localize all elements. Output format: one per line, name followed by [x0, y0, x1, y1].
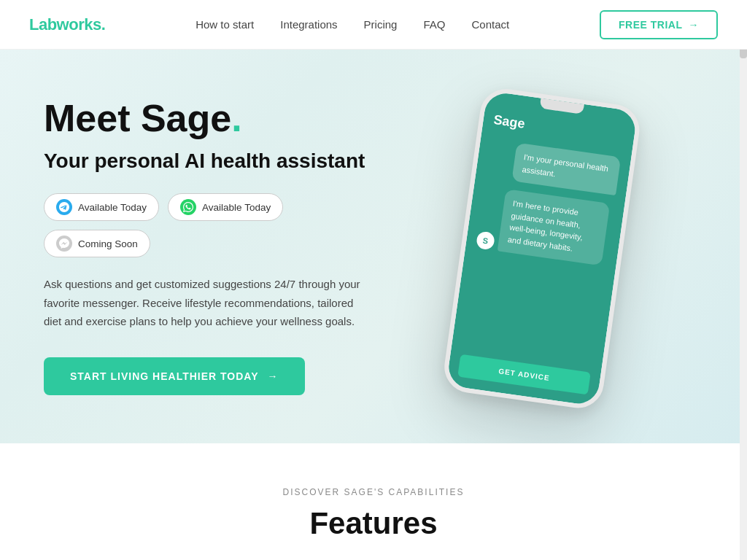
cta-arrow: →: [268, 370, 279, 382]
free-trial-label: FREE TRIAL: [619, 19, 682, 31]
whatsapp-badge[interactable]: Available Today: [168, 193, 283, 221]
nav-pricing[interactable]: Pricing: [364, 18, 398, 31]
get-advice-button[interactable]: GET ADVICE: [457, 354, 591, 395]
features-subtitle: DISCOVER SAGE'S CAPABILITIES: [29, 487, 718, 497]
telegram-badge-label: Available Today: [78, 202, 147, 213]
nav-integrations[interactable]: Integrations: [280, 18, 337, 31]
telegram-badge[interactable]: Available Today: [44, 193, 159, 221]
whatsapp-badge-label: Available Today: [202, 202, 271, 213]
platform-badges: Available Today Available Today Coming S…: [44, 193, 366, 257]
features-section: DISCOVER SAGE'S CAPABILITIES Features: [0, 443, 747, 560]
hero-title-main: Meet Sage: [44, 97, 231, 139]
messenger-icon: [56, 236, 72, 252]
hero-section: Meet Sage. Your personal AI health assis…: [0, 50, 747, 443]
features-title: Features: [29, 506, 718, 541]
nav-links: How to start Integrations Pricing FAQ Co…: [196, 18, 509, 31]
hero-title-dot: .: [231, 97, 241, 139]
nav-how-to-start[interactable]: How to start: [196, 18, 254, 31]
messenger-badge-label: Coming Soon: [78, 238, 138, 249]
sage-avatar: S: [476, 230, 495, 250]
navbar: Labworks. How to start Integrations Pric…: [0, 0, 747, 50]
phone-mockup: Sage I'm your personal health assistant.…: [441, 86, 643, 412]
cta-label: START LIVING HEALTHIER TODAY: [70, 370, 259, 382]
nav-contact[interactable]: Contact: [471, 18, 509, 31]
chat-bubble-user: I'm your personal health assistant.: [511, 143, 621, 196]
whatsapp-icon: [180, 199, 196, 215]
logo-dot: .: [101, 15, 106, 34]
hero-phone-area: Sage I'm your personal health assistant.…: [366, 93, 689, 400]
hero-cta-button[interactable]: START LIVING HEALTHIER TODAY →: [44, 357, 305, 395]
phone-screen: Sage I'm your personal health assistant.…: [446, 90, 638, 406]
hero-subtitle: Your personal AI health assistant: [44, 149, 366, 174]
chat-bubble-sage: I'm here to provide guidance on health, …: [498, 189, 611, 265]
chat-bubble-sage-wrap: S I'm here to provide guidance on health…: [476, 186, 614, 266]
nav-faq[interactable]: FAQ: [423, 18, 445, 31]
logo[interactable]: Labworks.: [29, 15, 105, 34]
hero-title: Meet Sage.: [44, 98, 366, 139]
phone-app-title: Sage: [492, 105, 626, 146]
scrollbar[interactable]: [740, 0, 747, 560]
hero-content: Meet Sage. Your personal AI health assis…: [44, 98, 366, 394]
telegram-icon: [56, 199, 72, 215]
free-trial-arrow: →: [689, 19, 700, 31]
free-trial-button[interactable]: FREE TRIAL →: [600, 10, 718, 39]
logo-text: Labworks: [29, 15, 101, 34]
messenger-badge[interactable]: Coming Soon: [44, 230, 150, 257]
hero-description: Ask questions and get customized suggest…: [44, 275, 366, 331]
